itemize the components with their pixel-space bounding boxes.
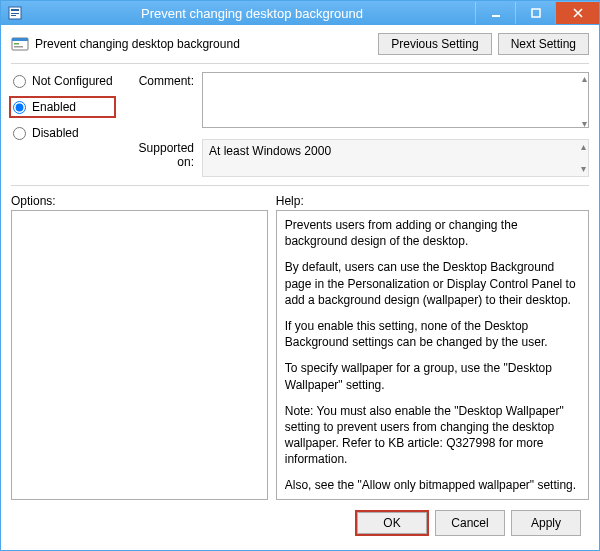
help-box[interactable]: Prevents users from adding or changing t… — [276, 210, 589, 500]
help-text: Also, see the "Allow only bitmapped wall… — [285, 477, 580, 493]
client-area: Prevent changing desktop background Prev… — [1, 25, 599, 550]
radio-enabled-input[interactable] — [13, 101, 26, 114]
help-text: Prevents users from adding or changing t… — [285, 217, 580, 249]
help-text: By default, users can use the Desktop Ba… — [285, 259, 580, 308]
supported-on-box: At least Windows 2000 ▴ ▾ — [202, 139, 589, 177]
options-panel: Options: — [11, 194, 268, 500]
policy-name: Prevent changing desktop background — [35, 37, 240, 51]
comment-label: Comment: — [124, 72, 194, 88]
minimize-button[interactable] — [475, 2, 515, 24]
help-text: To specify wallpaper for a group, use th… — [285, 360, 580, 392]
ok-highlight: OK — [355, 510, 429, 536]
window-controls — [475, 2, 599, 24]
radio-disabled-label: Disabled — [32, 126, 79, 140]
svg-rect-3 — [11, 15, 16, 16]
next-setting-button[interactable]: Next Setting — [498, 33, 589, 55]
titlebar[interactable]: Prevent changing desktop background — [1, 1, 599, 25]
maximize-button[interactable] — [515, 2, 555, 24]
apply-button[interactable]: Apply — [511, 510, 581, 536]
svg-rect-2 — [11, 13, 19, 14]
help-text: Note: You must also enable the "Desktop … — [285, 403, 580, 468]
divider — [11, 63, 589, 64]
radio-not-configured-input[interactable] — [13, 75, 26, 88]
app-icon — [1, 6, 29, 20]
comment-field[interactable] — [202, 72, 589, 128]
help-text: If you enable this setting, none of the … — [285, 318, 580, 350]
comment-field-wrap: ▴ ▾ — [202, 72, 589, 131]
svg-rect-10 — [14, 43, 19, 45]
window-title: Prevent changing desktop background — [29, 6, 475, 21]
gpo-editor-window: Prevent changing desktop background Prev… — [0, 0, 600, 551]
header-row: Prevent changing desktop background Prev… — [11, 33, 589, 55]
supported-on-value: At least Windows 2000 — [209, 144, 331, 158]
help-label: Help: — [276, 194, 589, 208]
svg-rect-9 — [12, 38, 28, 41]
supported-on-label: Supported on: — [124, 139, 194, 169]
scroll-down-icon: ▾ — [581, 164, 586, 174]
options-box[interactable] — [11, 210, 268, 500]
radio-not-configured[interactable]: Not Configured — [13, 74, 116, 88]
lower-panels: Options: Help: Prevents users from addin… — [11, 194, 589, 500]
svg-rect-5 — [532, 9, 540, 17]
radio-disabled-input[interactable] — [13, 127, 26, 140]
help-panel: Help: Prevents users from adding or chan… — [276, 194, 589, 500]
svg-rect-11 — [14, 46, 23, 48]
cancel-button[interactable]: Cancel — [435, 510, 505, 536]
dialog-footer: OK Cancel Apply — [11, 504, 589, 544]
scroll-up-icon: ▴ — [581, 142, 586, 152]
scroll-down-icon: ▾ — [582, 119, 587, 129]
radio-disabled[interactable]: Disabled — [13, 126, 116, 140]
options-label: Options: — [11, 194, 268, 208]
ok-button[interactable]: OK — [357, 512, 427, 534]
close-button[interactable] — [555, 2, 599, 24]
state-radio-group: Not Configured Enabled Disabled — [11, 72, 116, 142]
previous-setting-button[interactable]: Previous Setting — [378, 33, 491, 55]
radio-not-configured-label: Not Configured — [32, 74, 113, 88]
svg-rect-1 — [11, 9, 19, 11]
radio-enabled-label: Enabled — [32, 100, 76, 114]
divider — [11, 185, 589, 186]
svg-rect-4 — [492, 15, 500, 17]
policy-icon — [11, 35, 29, 53]
settings-grid: Not Configured Enabled Disabled Comment:… — [11, 72, 589, 177]
radio-enabled[interactable]: Enabled — [13, 100, 108, 114]
enabled-highlight: Enabled — [9, 96, 116, 118]
scroll-up-icon: ▴ — [582, 74, 587, 84]
